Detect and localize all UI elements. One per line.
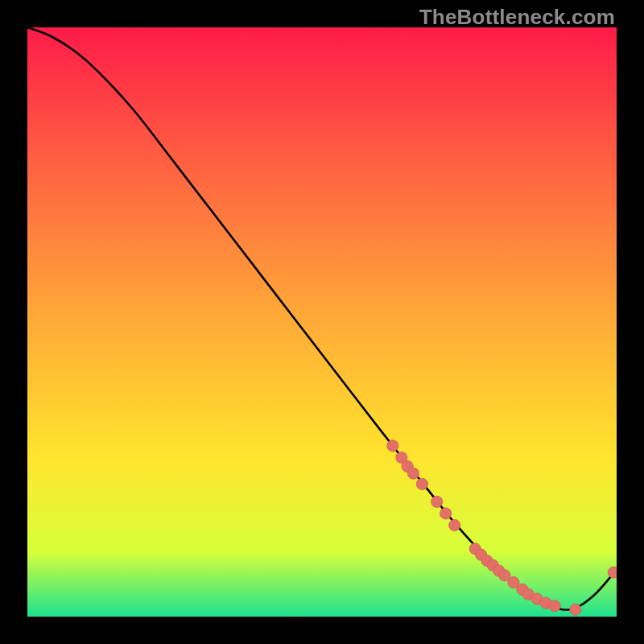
- data-marker: [407, 468, 419, 479]
- data-marker: [387, 440, 398, 452]
- data-marker: [570, 604, 581, 615]
- data-marker: [440, 508, 452, 519]
- data-marker: [416, 478, 427, 489]
- data-marker: [449, 519, 460, 530]
- watermark-text: TheBottleneck.com: [419, 5, 615, 30]
- chart-svg: [27, 27, 617, 617]
- svg-rect-0: [27, 27, 617, 617]
- data-marker: [431, 496, 443, 507]
- data-marker: [549, 601, 560, 612]
- plot-area: [27, 27, 617, 617]
- chart-frame: TheBottleneck.com: [0, 0, 644, 644]
